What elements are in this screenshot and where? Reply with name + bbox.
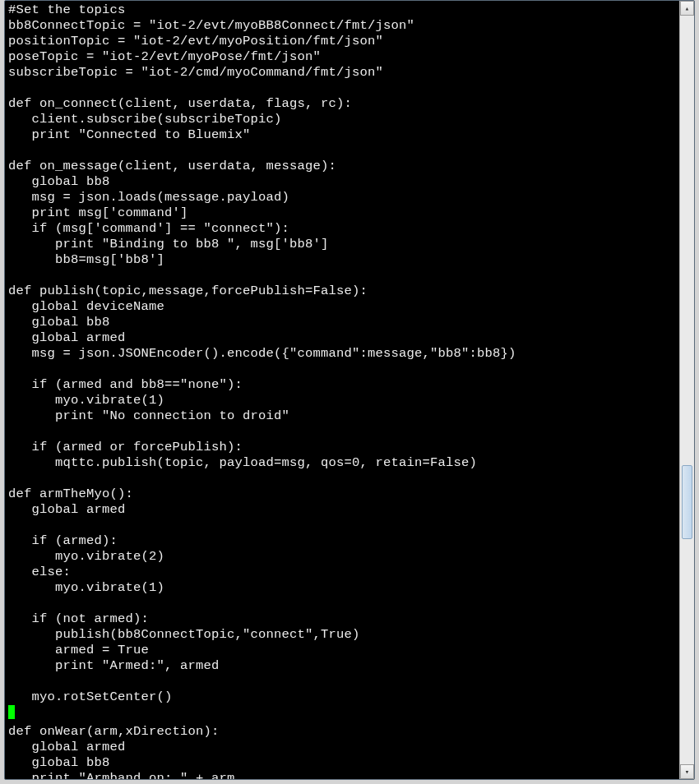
code-line: armed = True <box>8 643 149 657</box>
code-line: else: <box>8 565 71 579</box>
code-line: global bb8 <box>8 174 110 189</box>
code-line: #Set the topics <box>8 2 126 17</box>
code-line: global deviceName <box>8 299 164 314</box>
code-line: print "Armed:", armed <box>8 658 220 673</box>
code-line: print "Connected to Bluemix" <box>8 127 251 142</box>
scroll-thumb[interactable] <box>682 465 692 539</box>
code-line: print "Binding to bb8 ", msg['bb8'] <box>8 237 329 251</box>
code-line: mqttc.publish(topic, payload=msg, qos=0,… <box>8 455 477 470</box>
code-line: print "Armband on: " + arm <box>8 771 235 779</box>
code-line: if (not armed): <box>8 611 149 626</box>
code-line: bb8ConnectTopic = "iot-2/evt/myoBB8Conne… <box>8 18 414 33</box>
code-line: if (msg['command'] == "connect"): <box>8 221 289 236</box>
code-line: publish(bb8ConnectTopic,"connect",True) <box>8 627 360 642</box>
scroll-up-button[interactable]: ▴ <box>680 1 694 16</box>
vertical-scrollbar[interactable]: ▴ ▾ <box>679 1 694 779</box>
code-line: client.subscribe(subscribeTopic) <box>8 112 282 127</box>
code-line: poseTopic = "iot-2/evt/myoPose/fmt/json" <box>8 49 321 64</box>
code-line: positionTopic = "iot-2/evt/myoPosition/f… <box>8 34 383 48</box>
code-editor[interactable]: #Set the topics bb8ConnectTopic = "iot-2… <box>5 1 679 779</box>
code-line: if (armed or forcePublish): <box>8 440 243 454</box>
code-line: print "No connection to droid" <box>8 408 289 423</box>
code-line: print msg['command'] <box>8 205 188 220</box>
code-line: msg = json.loads(message.payload) <box>8 190 289 205</box>
code-line: def on_message(client, userdata, message… <box>8 159 336 173</box>
code-line: myo.vibrate(2) <box>8 549 164 564</box>
code-line: global bb8 <box>8 315 110 330</box>
code-line: global armed <box>8 502 126 517</box>
code-line: global bb8 <box>8 755 110 770</box>
code-line: if (armed): <box>8 533 118 548</box>
code-line: bb8=msg['bb8'] <box>8 252 164 267</box>
code-line: subscribeTopic = "iot-2/cmd/myoCommand/f… <box>8 65 383 80</box>
code-line: def armTheMyo(): <box>8 487 133 501</box>
code-line: msg = json.JSONEncoder().encode({"comman… <box>8 346 516 361</box>
code-line: global armed <box>8 740 126 754</box>
code-line: def publish(topic,message,forcePublish=F… <box>8 284 368 298</box>
code-line: myo.rotSetCenter() <box>8 689 173 704</box>
chevron-up-icon: ▴ <box>685 4 689 13</box>
chevron-down-icon: ▾ <box>685 768 689 777</box>
code-line: myo.vibrate(1) <box>8 580 164 595</box>
text-cursor <box>8 705 15 719</box>
editor-window: #Set the topics bb8ConnectTopic = "iot-2… <box>4 0 695 780</box>
code-line: global armed <box>8 330 126 345</box>
code-line: def onWear(arm,xDirection): <box>8 724 220 739</box>
code-line: def on_connect(client, userdata, flags, … <box>8 96 352 111</box>
scroll-track[interactable] <box>680 16 694 764</box>
code-line: myo.vibrate(1) <box>8 393 164 408</box>
code-line: if (armed and bb8=="none"): <box>8 377 243 392</box>
scroll-down-button[interactable]: ▾ <box>680 764 694 779</box>
